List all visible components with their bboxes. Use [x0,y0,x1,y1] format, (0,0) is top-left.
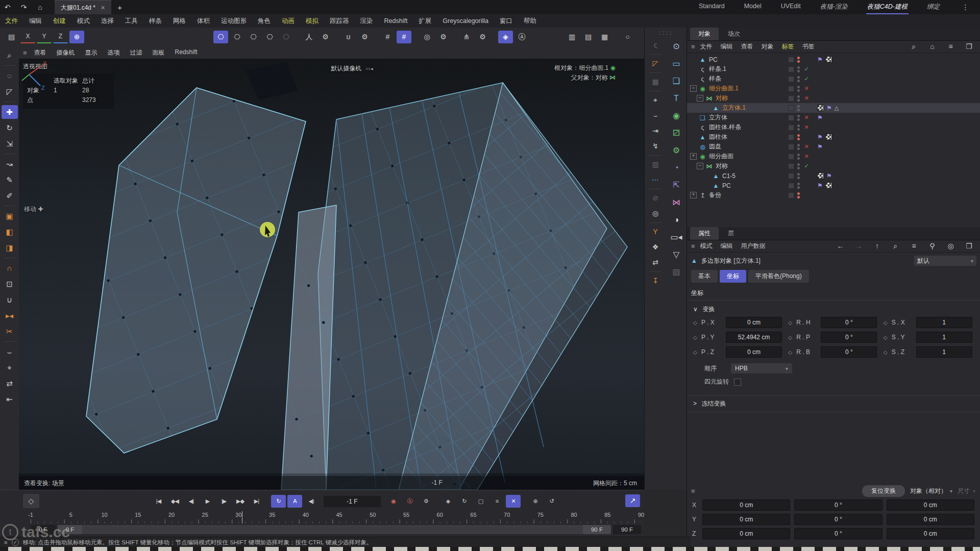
symmetry-btn[interactable]: ⋈ [668,195,685,210]
loop-btn[interactable]: ↻ [271,495,286,508]
grid-snap-btn[interactable]: # [380,31,395,43]
knife-btn[interactable]: ✂ [2,324,18,338]
menu-item-Greyscalegorilla[interactable]: Greyscalegorilla [443,17,488,24]
clay-smooth-btn[interactable]: ⌣ [648,109,663,122]
key-diamond-icon[interactable]: ◇ [884,320,889,325]
joint-btn[interactable]: ʊ [341,31,356,43]
joint-settings-btn[interactable]: ⚙ [357,31,372,43]
close-tab-icon[interactable]: ✕ [101,5,105,11]
tab-夜猫-渲染[interactable]: 夜猫-渲染 [819,0,849,15]
expand-icon[interactable]: − [697,163,703,169]
menu-item-帮助[interactable]: 帮助 [524,17,536,26]
bridge-btn[interactable]: ∩ [2,261,18,275]
flag-tag-icon[interactable]: ⚑ [826,172,832,180]
preset-dropdown[interactable]: 默认 ▾ [914,256,976,266]
enable-toggle[interactable]: ✓ [803,66,810,72]
move-btn[interactable]: ✚ [2,105,18,119]
sds-solid-btn[interactable]: ⎔ [246,31,261,43]
goto-start-btn[interactable]: |◀ [151,495,166,508]
expand-icon[interactable]: + [690,192,697,198]
editor-visibility-toggle[interactable] [788,105,794,111]
menu-item-文件[interactable]: 文件 [700,42,713,51]
camera-badge[interactable]: 默认摄像机 ▭◂ [326,63,378,74]
key-diamond-icon[interactable]: ◇ [884,335,889,340]
visibility-dots[interactable] [797,173,800,179]
param-input-S.X[interactable]: 1 [916,317,972,328]
param-input-P.Y[interactable]: 52.4942 cm [726,332,782,343]
axis-cube-btn[interactable]: ⇱ [668,178,685,192]
tree-row-立方体.1[interactable]: ▲立方体.1⚑△ [687,103,980,113]
editor-visibility-toggle[interactable] [788,124,794,131]
text-btn[interactable]: T [668,91,685,106]
visibility-dots[interactable] [797,57,800,63]
matrix-btn[interactable]: ▦ [648,76,663,88]
reset-transform-button[interactable]: 复位变换 [862,485,905,497]
material-btn[interactable]: ▨ [668,264,685,279]
merge-down-btn[interactable]: ⇥ [648,124,663,137]
param-input-S.Y[interactable]: 1 [916,332,972,343]
tab-对象[interactable]: 对象 [690,28,719,40]
tree-row-对称[interactable]: −⋈对称✕ [687,93,980,103]
tree-row-圆柱体.样条[interactable]: ς圆柱体.样条✕ [687,122,980,132]
coord-input-Z-0[interactable]: 0 cm [702,528,790,539]
menu-item-动画[interactable]: 动画 [282,17,295,26]
freeze-transform-header[interactable]: > 冻结变换 [687,395,980,412]
enable-toggle[interactable]: ✕ [803,114,810,121]
visibility-dots[interactable] [797,154,800,160]
playhead[interactable] [242,511,242,523]
menu-item-角色[interactable]: 角色 [258,17,271,26]
range-end-field[interactable]: 90 F [613,525,641,534]
tree-row-立方体[interactable]: ❑立方体✕⚑ [687,113,980,122]
key-diamond-icon[interactable]: ◇ [884,349,889,355]
polygon-mode-btn[interactable]: ◨ [2,241,18,255]
prev-frame-btn[interactable]: ◀| [184,495,199,508]
enable-toggle[interactable]: ✕ [803,85,810,92]
menu-item-模式[interactable]: 模式 [77,17,90,26]
editor-visibility-toggle[interactable] [788,66,794,72]
param-input-R.H[interactable]: 0 ° [821,317,877,328]
visibility-dots[interactable] [797,163,800,169]
editor-visibility-toggle[interactable] [788,76,794,82]
texture-tag-icon[interactable] [825,182,832,189]
editor-visibility-toggle[interactable] [788,86,794,92]
interactive-render-btn[interactable]: ○ [620,31,635,43]
attr-filter-icon[interactable]: ≡ [906,240,921,253]
split-btn[interactable]: ⋔ [459,31,474,43]
play-btn[interactable]: ▶ [200,495,215,508]
scale-btn[interactable]: ⇲ [2,137,18,151]
coord-input-Z-2[interactable]: 0 cm [887,528,974,539]
key-diamond-icon[interactable]: ◇ [788,335,793,340]
quantize-btn[interactable]: Ⓐ [514,31,529,43]
om-search-icon[interactable]: ⌕ [906,40,921,53]
param-input-P.Z[interactable]: 0 cm [726,346,782,358]
y-axis-lock-btn[interactable]: Y [37,31,52,43]
menu-item-面板[interactable]: 面板 [153,48,165,57]
menu-item-样条[interactable]: 样条 [149,17,162,26]
tab-场次[interactable]: 场次 [720,28,748,40]
split-y-btn[interactable]: Y [648,226,663,238]
render-picture-btn[interactable]: ▤ [581,31,596,43]
menu-item-显示[interactable]: 显示 [85,48,97,57]
viewport-menu-icon[interactable]: ≡ [23,49,27,57]
tree-row-圆盘[interactable]: ◍圆盘✕⚑ [687,142,980,152]
z-axis-lock-btn[interactable]: Z [53,31,68,43]
expand-icon[interactable]: − [697,95,703,102]
editor-visibility-toggle[interactable] [788,144,794,150]
record-btn[interactable]: ◉ [386,495,401,508]
menu-item-文件[interactable]: 文件 [5,17,18,26]
om-filter-icon[interactable]: ≡ [943,40,958,53]
rotate-btn[interactable]: ↻ [2,121,18,135]
tab-平滑着色(Phong)[interactable]: 平滑着色(Phong) [748,270,809,283]
shaderball-btn[interactable]: ◑ [668,212,685,227]
coord-input-Y-1[interactable]: 0 ° [794,514,882,525]
redo-icon[interactable]: ↷ [16,1,31,14]
param-input-R.B[interactable]: 0 ° [821,346,877,358]
flag-tag-icon[interactable]: ⚑ [817,134,823,141]
key-diamond-icon[interactable]: ◇ [693,320,698,325]
tree-row-备份[interactable]: +↥备份 [687,190,980,200]
keyframe-settings-btn[interactable]: ⚙ [419,495,433,508]
tab-属性[interactable]: 属性 [690,227,719,240]
menu-item-查看[interactable]: 查看 [741,42,753,51]
autokey-frame-btn[interactable]: A [287,495,302,508]
sound-btn[interactable]: ◀) [304,495,318,508]
